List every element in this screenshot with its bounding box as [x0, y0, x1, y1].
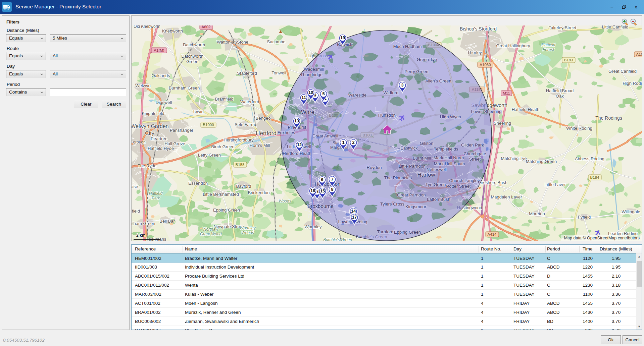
svg-text:Little Laver: Little Laver: [544, 182, 566, 187]
svg-text:orough: orough: [133, 140, 145, 145]
svg-text:A106: A106: [636, 52, 642, 56]
svg-text:A1(M): A1(M): [154, 48, 164, 52]
svg-text:Watton-at-Stone: Watton-at-Stone: [217, 40, 248, 45]
svg-text:Forest: Forest: [543, 47, 554, 52]
svg-text:ase: ase: [132, 184, 138, 189]
svg-text:Great Hallingbury: Great Hallingbury: [496, 43, 530, 48]
svg-text:Willingale: Willingale: [622, 209, 640, 214]
svg-text:Bumble's Green: Bumble's Green: [323, 237, 352, 241]
svg-text:Street: Street: [469, 157, 481, 162]
svg-text:Welwyn: Welwyn: [135, 83, 150, 88]
svg-text:Hatfield: Hatfield: [542, 43, 555, 47]
svg-text:17: 17: [352, 215, 357, 220]
svg-text:Datchworth: Datchworth: [181, 54, 203, 59]
svg-text:Knightsfield: Knightsfield: [142, 111, 164, 116]
svg-text:Broxbourne: Broxbourne: [307, 203, 334, 209]
svg-text:6: 6: [321, 177, 323, 182]
svg-text:Hall Grove: Hall Grove: [164, 141, 185, 146]
svg-text:Tylers Cross: Tylers Cross: [380, 201, 405, 207]
svg-text:Fyfield: Fyfield: [578, 215, 591, 220]
svg-text:Eastwick: Eastwick: [400, 146, 418, 151]
svg-text:10: 10: [308, 90, 313, 95]
svg-text:elham Green: elham Green: [132, 221, 155, 226]
svg-text:Map data © OpenStreetMap contr: Map data © OpenStreetMap contributors: [564, 236, 640, 240]
svg-text:Tonwell: Tonwell: [271, 70, 286, 75]
svg-text:Lower Sheering: Lower Sheering: [471, 109, 501, 114]
svg-text:Epping Green: Epping Green: [213, 208, 240, 213]
svg-text:M11: M11: [503, 91, 510, 95]
svg-text:Widford: Widford: [384, 90, 399, 95]
svg-text:18: 18: [310, 188, 315, 193]
svg-text:Bengeo: Bengeo: [256, 116, 271, 121]
svg-text:Tewin: Tewin: [192, 109, 203, 114]
svg-text:Wareside: Wareside: [348, 93, 366, 98]
svg-text:Knebworth: Knebworth: [162, 28, 183, 34]
svg-text:A414: A414: [488, 232, 497, 236]
svg-text:Thundridge: Thundridge: [300, 72, 323, 77]
svg-text:B183: B183: [564, 58, 573, 62]
svg-text:B1000: B1000: [203, 123, 214, 127]
svg-text:Essendon: Essendon: [188, 181, 208, 186]
svg-text:Bishop's Stortford: Bishop's Stortford: [460, 26, 497, 32]
svg-text:Abbess Roding: Abbess Roding: [575, 156, 604, 161]
svg-text:Stapleford: Stapleford: [237, 71, 257, 76]
svg-text:3: 3: [401, 82, 403, 88]
svg-text:Mark Hall South: Mark Hall South: [434, 161, 465, 166]
svg-text:Allen's Green: Allen's Green: [425, 78, 451, 83]
svg-text:Hatfield Heath: Hatfield Heath: [512, 107, 539, 112]
svg-text:Hatfield Broad: Hatfield Broad: [546, 88, 574, 93]
svg-text:High Wych: High Wych: [440, 114, 461, 119]
svg-text:Mark Hall North: Mark Hall North: [434, 155, 464, 160]
svg-text:Great Parndon: Great Parndon: [397, 192, 426, 197]
svg-text:Datchworth: Datchworth: [183, 42, 205, 47]
svg-text:Old Knebworth: Old Knebworth: [134, 25, 160, 29]
svg-text:Letty Green: Letty Green: [198, 153, 221, 158]
svg-text:Hatfield Hyde: Hatfield Hyde: [148, 146, 174, 151]
svg-text:Roydon: Roydon: [367, 165, 382, 170]
svg-text:Welwyn Garden: Welwyn Garden: [132, 123, 169, 129]
svg-text:Oaklands: Oaklands: [152, 73, 170, 78]
svg-text:Great Canfield: Great Canfield: [608, 69, 637, 74]
svg-text:Woods: Woods: [241, 230, 254, 235]
svg-text:Bell Bar: Bell Bar: [159, 219, 175, 224]
svg-text:Thorley: Thorley: [467, 50, 482, 55]
svg-text:13: 13: [294, 118, 299, 123]
svg-text:Netteswell: Netteswell: [427, 167, 447, 172]
svg-text:Sele Farm: Sele Farm: [235, 122, 255, 127]
svg-text:Panshanger: Panshanger: [170, 128, 194, 133]
svg-text:Park: Park: [152, 196, 160, 200]
svg-text:Potter Street: Potter Street: [446, 184, 471, 189]
svg-text:2 km: 2 km: [136, 233, 145, 238]
svg-text:Church Langley: Church Langley: [449, 178, 480, 183]
svg-text:Matching Tye: Matching Tye: [501, 156, 527, 161]
svg-text:Perry Green: Perry Green: [405, 69, 429, 74]
svg-text:The Pinnacles: The Pinnacles: [384, 175, 412, 180]
svg-text:12: 12: [297, 142, 302, 147]
svg-text:A1060: A1060: [480, 63, 491, 67]
svg-text:A602: A602: [202, 25, 211, 29]
svg-text:Hatfield: Hatfield: [149, 191, 163, 196]
svg-text:B158: B158: [236, 163, 245, 167]
svg-text:Harlow: Harlow: [417, 172, 436, 178]
svg-text:Wadesmill: Wadesmill: [304, 67, 324, 72]
svg-text:Magdalen Laver: Magdalen Laver: [491, 194, 522, 199]
svg-text:Gilston: Gilston: [420, 141, 433, 146]
svg-text:15: 15: [320, 188, 325, 193]
svg-text:5: 5: [322, 91, 325, 96]
svg-text:Bramfield: Bramfield: [215, 97, 234, 102]
svg-text:Woods: Woods: [279, 199, 291, 204]
svg-text:White Roding: White Roding: [566, 126, 592, 131]
svg-text:Wormley: Wormley: [240, 226, 256, 230]
svg-text:Churchgate: Churchgate: [463, 151, 486, 156]
svg-text:Little Berkhamsted: Little Berkhamsted: [203, 192, 239, 197]
svg-text:1: 1: [342, 140, 344, 145]
svg-text:Foxholes: Foxholes: [278, 130, 295, 135]
svg-text:Hertford Heath: Hertford Heath: [283, 151, 311, 156]
svg-text:Burnt Mill: Burnt Mill: [413, 156, 431, 161]
svg-text:Birch Green: Birch Green: [211, 144, 234, 149]
svg-text:ookmans: ookmans: [149, 237, 166, 241]
svg-text:14: 14: [351, 209, 356, 214]
svg-text:Much Hadham: Much Hadham: [393, 44, 422, 49]
svg-text:Matching Green: Matching Green: [526, 159, 557, 164]
svg-text:Horn's Mill: Horn's Mill: [250, 143, 270, 148]
